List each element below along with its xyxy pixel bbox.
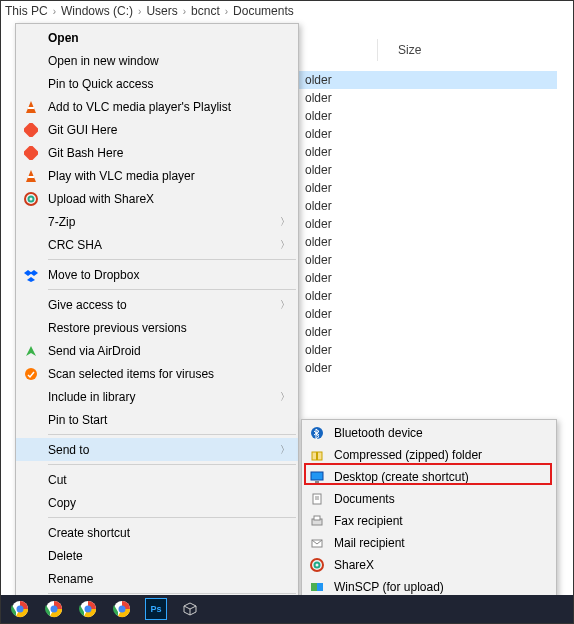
git-icon [20, 122, 42, 138]
svg-point-38 [119, 606, 126, 613]
file-row[interactable]: older [299, 89, 557, 107]
submenu-documents[interactable]: Documents [302, 488, 556, 510]
menu-cut[interactable]: Cut [16, 468, 298, 491]
file-row[interactable]: older [299, 233, 557, 251]
crumb-users[interactable]: Users [146, 4, 177, 18]
chevron-right-icon: 〉 [280, 443, 290, 457]
file-row[interactable]: older [299, 305, 557, 323]
file-row[interactable]: older [299, 269, 557, 287]
menu-dropbox[interactable]: Move to Dropbox [16, 263, 298, 286]
vlc-icon [20, 168, 42, 184]
menu-git-gui[interactable]: Git GUI Here [16, 118, 298, 141]
submenu-desktop[interactable]: Desktop (create shortcut) [302, 466, 556, 488]
crumb-windows[interactable]: Windows (C:) [61, 4, 133, 18]
mail-icon [306, 535, 328, 551]
submenu-mail[interactable]: Mail recipient [302, 532, 556, 554]
column-size[interactable]: Size [377, 39, 557, 61]
svg-point-36 [85, 606, 92, 613]
chevron-right-icon: 〉 [280, 215, 290, 229]
menu-rename[interactable]: Rename [16, 567, 298, 590]
menu-delete[interactable]: Delete [16, 544, 298, 567]
menu-vlc-play[interactable]: Play with VLC media player [16, 164, 298, 187]
columns-header: Size [377, 39, 557, 61]
file-row[interactable]: older [299, 251, 557, 269]
crumb-user[interactable]: bcnct [191, 4, 220, 18]
context-menu: Open Open in new window Pin to Quick acc… [15, 23, 299, 623]
chevron-right-icon: 〉 [280, 238, 290, 252]
file-row[interactable]: older [299, 161, 557, 179]
menu-pin-start[interactable]: Pin to Start [16, 408, 298, 431]
file-row[interactable]: older [299, 287, 557, 305]
submenu-fax[interactable]: Fax recipient [302, 510, 556, 532]
file-list: olderolderolderolderolderolderolderolder… [299, 71, 557, 377]
crumb-thispc[interactable]: This PC [5, 4, 48, 18]
svg-marker-9 [30, 270, 38, 276]
submenu-compressed[interactable]: Compressed (zipped) folder [302, 444, 556, 466]
documents-icon [306, 491, 328, 507]
svg-rect-17 [315, 481, 319, 483]
file-row[interactable]: older [299, 359, 557, 377]
menu-send-to[interactable]: Send to〉 [16, 438, 298, 461]
taskbar-package-icon[interactable] [179, 598, 201, 620]
taskbar-photoshop-icon[interactable]: Ps [145, 598, 167, 620]
menu-git-bash[interactable]: Git Bash Here [16, 141, 298, 164]
svg-rect-3 [24, 146, 38, 160]
taskbar-chrome-icon[interactable] [77, 598, 99, 620]
file-row[interactable]: older [299, 107, 557, 125]
menu-sharex-upload[interactable]: Upload with ShareX [16, 187, 298, 210]
svg-rect-5 [28, 176, 34, 178]
menu-restore[interactable]: Restore previous versions [16, 316, 298, 339]
sharex-icon [306, 557, 328, 573]
file-row[interactable]: older [299, 341, 557, 359]
zip-icon [306, 447, 328, 463]
divider [48, 593, 296, 594]
file-row[interactable]: older [299, 215, 557, 233]
menu-crc[interactable]: CRC SHA〉 [16, 233, 298, 256]
send-to-submenu: Bluetooth device Compressed (zipped) fol… [301, 419, 557, 623]
svg-rect-22 [314, 516, 320, 520]
menu-copy[interactable]: Copy [16, 491, 298, 514]
file-row[interactable]: older [299, 197, 557, 215]
svg-marker-11 [26, 346, 36, 356]
menu-7zip[interactable]: 7-Zip〉 [16, 210, 298, 233]
menu-airdroid[interactable]: Send via AirDroid [16, 339, 298, 362]
avast-icon [20, 366, 42, 382]
menu-avast[interactable]: Scan selected items for viruses [16, 362, 298, 385]
svg-point-24 [311, 559, 323, 571]
svg-rect-1 [28, 107, 34, 109]
svg-point-12 [25, 368, 37, 380]
taskbar: Ps [1, 595, 573, 623]
chevron-right-icon: 〉 [280, 298, 290, 312]
menu-pin-quick[interactable]: Pin to Quick access [16, 72, 298, 95]
menu-open-new-window[interactable]: Open in new window [16, 49, 298, 72]
divider [48, 289, 296, 290]
sharex-icon [20, 191, 42, 207]
menu-create-shortcut[interactable]: Create shortcut [16, 521, 298, 544]
file-row[interactable]: older [299, 323, 557, 341]
menu-give-access[interactable]: Give access to〉 [16, 293, 298, 316]
svg-rect-15 [316, 452, 318, 460]
breadcrumb: This PC› Windows (C:)› Users› bcnct› Doc… [1, 1, 573, 21]
menu-vlc-playlist[interactable]: Add to VLC media player's Playlist [16, 95, 298, 118]
taskbar-chrome-icon[interactable] [9, 598, 31, 620]
submenu-sharex[interactable]: ShareX [302, 554, 556, 576]
file-row[interactable]: older [299, 179, 557, 197]
menu-open[interactable]: Open [16, 26, 298, 49]
svg-point-34 [51, 606, 58, 613]
submenu-bluetooth[interactable]: Bluetooth device [302, 422, 556, 444]
svg-rect-16 [311, 472, 323, 480]
svg-rect-2 [24, 123, 38, 137]
svg-rect-27 [317, 583, 323, 591]
svg-rect-26 [311, 583, 317, 591]
svg-point-25 [315, 563, 320, 568]
divider [48, 517, 296, 518]
file-row[interactable]: older [299, 71, 557, 89]
menu-include-library[interactable]: Include in library〉 [16, 385, 298, 408]
file-row[interactable]: older [299, 125, 557, 143]
svg-point-6 [25, 193, 37, 205]
file-row[interactable]: older [299, 143, 557, 161]
divider [48, 259, 296, 260]
taskbar-chrome-icon[interactable] [111, 598, 133, 620]
taskbar-chrome-icon[interactable] [43, 598, 65, 620]
crumb-documents[interactable]: Documents [233, 4, 294, 18]
